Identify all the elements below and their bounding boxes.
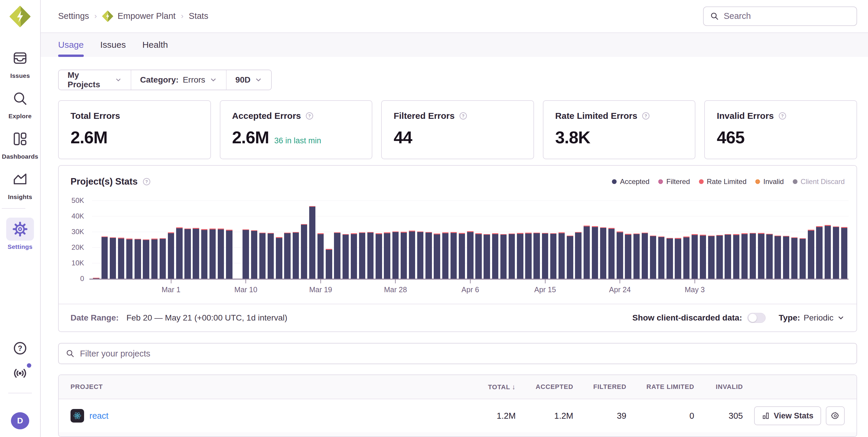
bar[interactable] [251, 230, 257, 279]
project-filter-dropdown[interactable]: My Projects [59, 70, 131, 90]
bar[interactable] [376, 233, 382, 279]
broadcast-button[interactable] [12, 366, 28, 381]
bar[interactable] [409, 231, 415, 279]
bar[interactable] [542, 233, 548, 279]
bar[interactable] [758, 233, 764, 279]
search-input[interactable] [724, 11, 850, 21]
legend-item-accepted[interactable]: Accepted [612, 177, 649, 186]
projects-filter-input[interactable] [80, 349, 849, 359]
bar[interactable] [401, 232, 407, 279]
bar[interactable] [243, 229, 249, 279]
bar[interactable] [500, 234, 506, 279]
bar[interactable] [184, 229, 191, 279]
column-header-accepted[interactable]: ACCEPTED [516, 383, 573, 391]
legend-item-client-discard[interactable]: Client Discard [793, 177, 845, 186]
bar[interactable] [417, 232, 423, 279]
bar[interactable] [658, 236, 664, 279]
bar[interactable] [134, 239, 141, 279]
column-header-total[interactable]: TOTAL↓ [471, 383, 516, 391]
sidebar-item-issues[interactable]: Issues [2, 46, 38, 79]
bar[interactable] [841, 227, 847, 279]
bar[interactable] [301, 224, 307, 279]
bar[interactable] [343, 234, 349, 279]
bar[interactable] [276, 237, 282, 279]
tab-usage[interactable]: Usage [58, 33, 84, 57]
bar[interactable] [284, 233, 290, 279]
bar[interactable] [218, 229, 224, 279]
bar[interactable] [724, 234, 731, 279]
bar[interactable] [293, 232, 299, 279]
client-discard-toggle[interactable] [747, 313, 766, 323]
bar[interactable] [517, 233, 523, 279]
bar[interactable] [608, 228, 615, 279]
help-icon[interactable]: ? [642, 111, 650, 120]
bar[interactable] [642, 233, 648, 279]
bar[interactable] [808, 230, 814, 279]
bar[interactable] [783, 236, 789, 279]
bar[interactable] [533, 233, 539, 279]
view-stats-button[interactable]: View Stats [754, 406, 821, 425]
bar[interactable] [193, 228, 199, 279]
bar[interactable] [475, 233, 482, 279]
projects-filter[interactable] [58, 343, 857, 364]
bar[interactable] [492, 233, 498, 279]
bar[interactable] [151, 239, 158, 279]
help-icon[interactable]: ? [778, 111, 787, 120]
legend-item-rate-limited[interactable]: Rate Limited [699, 177, 747, 186]
bar[interactable] [143, 239, 149, 279]
column-header-invalid[interactable]: INVALID [694, 383, 743, 391]
bar[interactable] [393, 232, 399, 279]
bar[interactable] [708, 236, 714, 279]
bar[interactable] [168, 232, 174, 279]
bar[interactable] [683, 236, 689, 279]
bar[interactable] [716, 235, 722, 279]
bar[interactable] [509, 234, 515, 279]
bar[interactable] [359, 232, 365, 279]
bar[interactable] [442, 232, 448, 279]
bar[interactable] [833, 227, 839, 279]
bar[interactable] [650, 236, 656, 279]
breadcrumb-settings[interactable]: Settings [58, 11, 89, 21]
bar[interactable] [351, 233, 357, 279]
project-settings-button[interactable] [826, 406, 845, 425]
help-icon[interactable]: ? [142, 177, 151, 186]
column-header-project[interactable]: PROJECT [70, 383, 471, 391]
sidebar-item-dashboards[interactable]: Dashboards [2, 127, 38, 160]
bar[interactable] [800, 238, 806, 279]
sidebar-item-explore[interactable]: Explore [2, 87, 38, 120]
sidebar-item-insights[interactable]: Insights [2, 168, 38, 201]
bar[interactable] [226, 230, 232, 279]
bar[interactable] [160, 238, 166, 279]
breadcrumb-stats[interactable]: Stats [189, 11, 208, 21]
bar[interactable] [426, 232, 432, 279]
bar[interactable] [434, 234, 440, 279]
bar[interactable] [675, 238, 681, 279]
bar[interactable] [126, 239, 132, 279]
bar[interactable] [459, 233, 465, 279]
project-link[interactable]: react [89, 411, 108, 421]
bar[interactable] [550, 233, 556, 279]
bar[interactable] [700, 235, 706, 279]
bar[interactable] [309, 206, 315, 279]
bar[interactable] [791, 237, 798, 279]
bar[interactable] [201, 229, 208, 279]
bar[interactable] [384, 232, 390, 279]
help-button[interactable]: ? [13, 341, 27, 356]
bar[interactable] [633, 234, 640, 279]
bar[interactable] [317, 233, 324, 279]
bar[interactable] [268, 233, 274, 279]
stats-bar-chart[interactable] [92, 201, 848, 279]
period-dropdown[interactable]: 90D [226, 70, 271, 90]
global-search[interactable] [703, 6, 857, 26]
bar[interactable] [176, 227, 182, 279]
bar[interactable] [110, 237, 116, 279]
bar[interactable] [691, 234, 698, 279]
legend-item-invalid[interactable]: Invalid [755, 177, 784, 186]
bar[interactable] [733, 234, 739, 279]
bar[interactable] [584, 226, 590, 279]
legend-item-filtered[interactable]: Filtered [658, 177, 690, 186]
bar[interactable] [525, 233, 531, 279]
bar[interactable] [617, 232, 623, 279]
bar[interactable] [741, 233, 748, 279]
help-icon[interactable]: ? [459, 111, 468, 120]
